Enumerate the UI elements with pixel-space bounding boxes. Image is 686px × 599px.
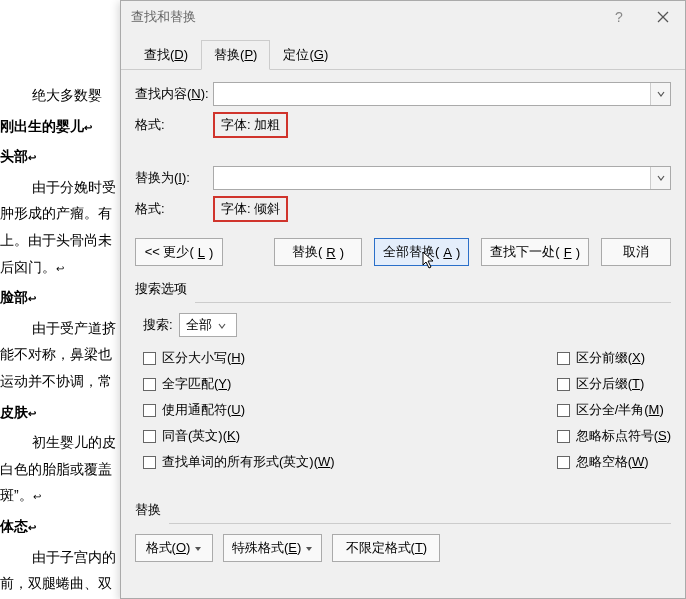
find-next-button[interactable]: 查找下一处(F) (481, 238, 589, 266)
search-options-label: 搜索选项 (135, 280, 671, 298)
all-word-forms-checkbox[interactable]: 查找单词的所有形式(英文)(W) (143, 453, 335, 471)
checkbox-icon (143, 430, 156, 443)
format-label: 格式: (135, 200, 213, 218)
replace-with-dropdown[interactable] (650, 167, 670, 189)
replace-button[interactable]: 替换(R) (274, 238, 362, 266)
search-direction-value: 全部 (186, 316, 212, 334)
checkbox-icon (557, 456, 570, 469)
dialog-title: 查找和替换 (131, 8, 597, 26)
ignore-punct-checkbox[interactable]: 忽略标点符号(S) (557, 427, 671, 445)
close-icon (657, 11, 669, 23)
help-button[interactable]: ? (597, 1, 641, 33)
chevron-down-icon (305, 541, 313, 556)
checkbox-icon (557, 352, 570, 365)
match-suffix-checkbox[interactable]: 区分后缀(T) (557, 375, 671, 393)
chevron-down-icon (657, 90, 665, 98)
find-replace-dialog: 查找和替换 ? 查找(D) 替换(P) 定位(G) 查找内容(N): 格式: 字… (120, 0, 686, 599)
replace-all-button[interactable]: 全部替换(A) (374, 238, 469, 266)
cancel-button[interactable]: 取消 (601, 238, 671, 266)
find-what-input[interactable] (213, 82, 671, 106)
less-button[interactable]: << 更少(L) (135, 238, 223, 266)
svg-marker-3 (306, 547, 312, 551)
tab-replace[interactable]: 替换(P) (201, 40, 270, 70)
checkbox-icon (143, 456, 156, 469)
titlebar: 查找和替换 ? (121, 1, 685, 33)
chevron-down-icon (218, 318, 226, 333)
checkbox-icon (557, 404, 570, 417)
find-what-dropdown[interactable] (650, 83, 670, 105)
tab-bar: 查找(D) 替换(P) 定位(G) (121, 33, 685, 70)
special-menu-button[interactable]: 特殊格式(E) (223, 534, 322, 562)
wildcards-checkbox[interactable]: 使用通配符(U) (143, 401, 335, 419)
checkbox-icon (557, 378, 570, 391)
replace-with-label: 替换为(I): (135, 169, 213, 187)
chevron-down-icon (194, 541, 202, 556)
whole-word-checkbox[interactable]: 全字匹配(Y) (143, 375, 335, 393)
replace-with-input[interactable] (213, 166, 671, 190)
full-half-width-checkbox[interactable]: 区分全/半角(M) (557, 401, 671, 419)
search-direction-label: 搜索: (143, 316, 173, 334)
checkbox-icon (557, 430, 570, 443)
find-format-value: 字体: 加粗 (213, 112, 288, 138)
replace-section-label: 替换 (135, 501, 671, 519)
tab-goto[interactable]: 定位(G) (270, 40, 341, 70)
svg-marker-2 (195, 547, 201, 551)
match-prefix-checkbox[interactable]: 区分前缀(X) (557, 349, 671, 367)
find-what-label: 查找内容(N): (135, 85, 213, 103)
checkbox-icon (143, 352, 156, 365)
tab-find[interactable]: 查找(D) (131, 40, 201, 70)
no-formatting-button[interactable]: 不限定格式(T) (332, 534, 440, 562)
replace-format-value: 字体: 倾斜 (213, 196, 288, 222)
checkbox-icon (143, 378, 156, 391)
search-direction-select[interactable]: 全部 (179, 313, 237, 337)
format-menu-button[interactable]: 格式(O) (135, 534, 213, 562)
checkbox-icon (143, 404, 156, 417)
chevron-down-icon (657, 174, 665, 182)
format-label: 格式: (135, 116, 213, 134)
match-case-checkbox[interactable]: 区分大小写(H) (143, 349, 335, 367)
ignore-space-checkbox[interactable]: 忽略空格(W) (557, 453, 671, 471)
sounds-like-checkbox[interactable]: 同音(英文)(K) (143, 427, 335, 445)
close-button[interactable] (641, 1, 685, 33)
